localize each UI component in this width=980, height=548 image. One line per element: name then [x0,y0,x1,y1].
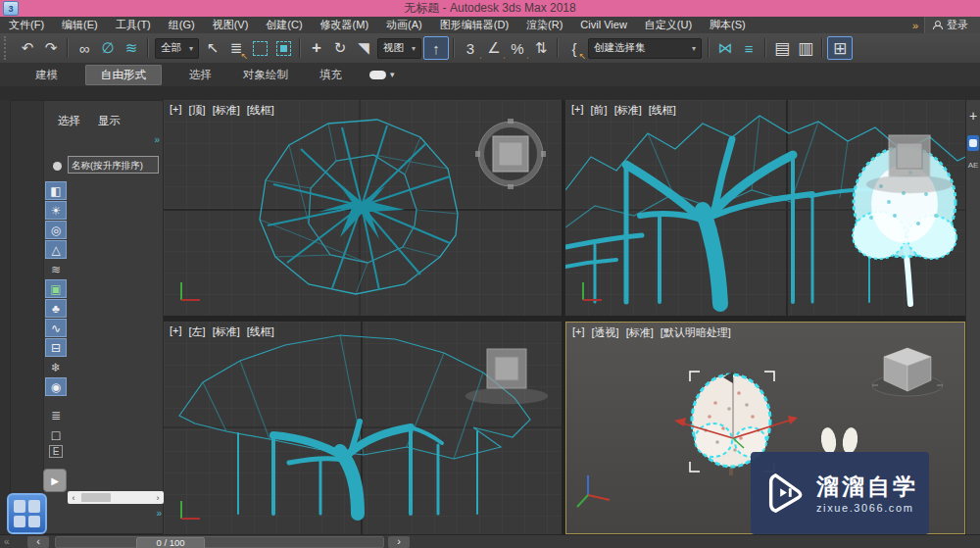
viewport-shading-menu[interactable]: [默认明暗处理] [661,325,731,340]
tab-selection[interactable]: 选择 [185,66,216,84]
grid-window-button[interactable] [7,493,47,534]
scroll-left-icon[interactable]: ‹ [68,493,79,503]
select-and-rotate-button[interactable]: ↻ [328,36,352,60]
selection-filter-dropdown[interactable]: 全部 ▾ [155,38,199,59]
viewport-standard-menu[interactable]: [标准] [626,325,654,340]
viewport-name-menu[interactable]: [左] [189,324,206,339]
select-and-scale-button[interactable]: ◥ [352,36,375,60]
undo-button[interactable]: ↶ [16,36,39,60]
viewport-front[interactable]: [+] [前] [标准] [线框] [565,100,965,316]
menu-edit[interactable]: 编辑(E) [53,17,107,33]
scroll-right-icon[interactable]: › [152,493,164,503]
tab-modeling[interactable]: 建模 [31,66,62,84]
select-by-name-button[interactable]: ≣↖ [224,36,248,60]
tab-populate[interactable]: 填充 [316,66,346,84]
name-column-header[interactable]: 名称(按升序排序) [68,156,159,174]
filter-cameras-icon[interactable]: ◎ [45,221,67,239]
filter-hidden-icon[interactable]: ◉ [45,377,67,396]
explorer-expand-icon[interactable]: » [156,508,161,519]
expression-icon[interactable]: E [49,445,63,458]
redo-button[interactable]: ↷ [39,36,63,60]
menu-customize[interactable]: 自定义(U) [636,17,701,33]
menu-views[interactable]: 视图(V) [204,17,258,33]
filter-containers-icon[interactable]: ⊟ [45,338,67,357]
named-selection-set-dropdown[interactable]: 创建选择集 ▾ [588,38,702,59]
panel-blue-button[interactable] [967,135,979,151]
viewport-name-menu[interactable]: [顶] [189,103,206,118]
viewport-menu-plus[interactable]: [+] [170,103,182,118]
next-frame-button[interactable]: › [388,536,410,548]
toolbar-drag-handle[interactable] [4,36,12,60]
filter-materials-icon[interactable]: ▣ [45,279,67,298]
edit-named-selection-sets-button[interactable]: {↖ [563,36,586,60]
rectangular-selection-region-button[interactable] [248,36,271,60]
explorer-expand-icon[interactable]: » [154,134,159,145]
angle-snap-button[interactable]: ∠˒ [482,36,506,60]
viewport-menu-plus[interactable]: [+] [572,325,585,340]
time-slider-track[interactable]: 0 / 100 [55,536,384,548]
viewport-front-canvas[interactable] [565,100,965,316]
menu-tools[interactable]: 工具(T) [107,17,160,33]
filter-helpers-icon[interactable]: △ [45,240,67,259]
viewport-menu-plus[interactable]: [+] [170,324,182,339]
filter-geometry-icon[interactable]: ◧ [45,181,67,200]
reference-coordinate-dropdown[interactable]: 视图 ▾ [377,38,421,59]
ribbon-minimize-dropdown[interactable]: ▾ [369,70,395,79]
layer-explorer-button[interactable]: ▥ [794,36,817,60]
viewport-name-menu[interactable]: [透视] [592,325,619,340]
time-slider-thumb[interactable]: 0 / 100 [136,537,205,548]
explorer-tab-select[interactable]: 选择 [58,114,80,128]
tab-freeform[interactable]: 自由形式 [85,65,162,85]
menu-rendering[interactable]: 渲染(R) [517,17,571,33]
mirror-button[interactable]: ⋈ [713,36,737,60]
menu-group[interactable]: 组(G) [160,17,204,33]
viewport-shading-menu[interactable]: [线框] [247,324,274,339]
viewport-standard-menu[interactable]: [标准] [614,103,642,118]
trackbar-home-icon[interactable]: « [4,536,10,547]
explorer-horizontal-scrollbar[interactable]: ‹ › [68,491,164,504]
filter-frozen-icon[interactable]: ❄ [45,358,67,376]
percent-snap-button[interactable]: %˒ [506,36,529,60]
menu-animation[interactable]: 动画(A) [377,17,431,33]
filter-space-warps-icon[interactable]: ≋ [45,260,67,278]
blank-swatch-icon[interactable]: □ [45,425,67,444]
create-tab-icon[interactable]: + [969,108,977,124]
menu-file[interactable]: 文件(F) [0,17,53,33]
unlink-selection-icon[interactable]: ∅ [96,36,120,60]
select-and-move-button[interactable]: + [305,36,328,60]
select-object-button[interactable]: ↖ [201,36,224,60]
menu-modifiers[interactable]: 修改器(M) [312,17,378,33]
viewport-shading-menu[interactable]: [线框] [649,103,676,118]
select-and-link-icon[interactable]: ∞ [73,36,96,60]
align-button[interactable]: ≡ [737,36,760,60]
layer-manager-button[interactable]: ▤ [770,36,794,60]
app-icon[interactable]: 3 [3,1,19,16]
menu-overflow-icon[interactable]: » [906,20,924,31]
viewport-standard-menu[interactable]: [标准] [213,324,240,339]
filter-plants-icon[interactable]: ♣ [45,299,67,318]
menu-create[interactable]: 创建(C) [257,17,311,33]
login-button[interactable]: 登录 [924,17,980,33]
list-view-icon[interactable]: ≣ [45,406,67,424]
viewport-left[interactable]: [+] [左] [标准] [线框] [164,322,562,534]
viewport-name-menu[interactable]: [前] [591,103,608,118]
filter-lights-icon[interactable]: ☀ [45,201,67,220]
window-crossing-toggle[interactable] [271,36,295,60]
viewport-menu-plus[interactable]: [+] [571,103,584,118]
viewport-standard-menu[interactable]: [标准] [213,103,240,118]
sort-radio[interactable] [53,162,62,171]
snap-toggle-3d-button[interactable]: 3˒ [459,36,482,60]
use-pivot-point-button[interactable]: ↑ [423,36,449,60]
play-button[interactable]: ▶ [43,469,67,492]
viewport-left-canvas[interactable] [164,322,562,534]
tab-object-paint[interactable]: 对象绘制 [239,66,292,84]
menu-graph-editors[interactable]: 图形编辑器(D) [431,17,517,33]
viewport-shading-menu[interactable]: [线框] [247,103,274,118]
scrollbar-thumb[interactable] [81,493,111,502]
viewport-top[interactable]: [+] [顶] [标准] [线框] [164,100,562,316]
viewcube[interactable] [872,348,943,396]
previous-frame-button[interactable]: ‹ [27,536,49,548]
toggle-scene-explorer-button[interactable]: ⊞ [827,36,853,60]
menu-civil-view[interactable]: Civil View [571,17,635,33]
bind-to-space-warp-icon[interactable]: ≋ [120,36,143,60]
